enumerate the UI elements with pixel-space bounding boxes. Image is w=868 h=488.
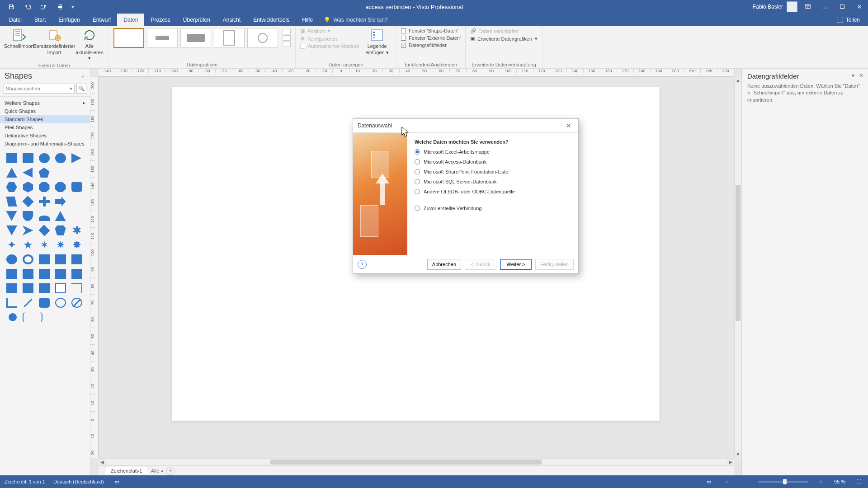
shape-category[interactable]: Standard-Shapes: [0, 115, 90, 123]
shape-cone[interactable]: [55, 211, 66, 221]
close-icon[interactable]: [853, 1, 866, 13]
shapes-search-box[interactable]: ▾: [4, 84, 75, 94]
shape-chevron[interactable]: [55, 197, 66, 206]
shape-triangle[interactable]: [6, 168, 17, 178]
presentation-mode-icon[interactable]: ▭: [704, 478, 714, 486]
tab-hilfe[interactable]: Hilfe: [296, 14, 319, 26]
shape-box-2[interactable]: [23, 269, 33, 279]
gallery-item-bar[interactable]: [147, 28, 178, 48]
search-input[interactable]: [6, 86, 70, 91]
next-button[interactable]: Weiter >: [500, 259, 532, 270]
data-fields-check[interactable]: Datengrafikfelder: [401, 42, 461, 48]
maximize-icon[interactable]: [835, 1, 849, 13]
avatar[interactable]: [787, 1, 797, 12]
add-sheet-button[interactable]: ＋: [166, 467, 175, 475]
zoom-out-icon[interactable]: −: [740, 478, 750, 486]
cancel-button[interactable]: Abbrechen: [427, 259, 461, 270]
scroll-thumb-v[interactable]: [736, 185, 741, 321]
shape-drop[interactable]: [23, 211, 33, 221]
gallery-up-icon[interactable]: [283, 29, 291, 34]
data-source-option[interactable]: Microsoft SharePoint Foundation-Liste: [415, 169, 571, 174]
scroll-thumb-h[interactable]: [270, 460, 542, 465]
share-button[interactable]: Teilen: [829, 14, 868, 26]
tab-daten[interactable]: Daten: [117, 14, 144, 26]
shape-box-1[interactable]: [6, 269, 17, 279]
shape-brace-r[interactable]: [39, 312, 42, 322]
scroll-left-icon[interactable]: ◀: [99, 459, 106, 465]
shape-no-symbol[interactable]: [71, 298, 82, 308]
shape-star7[interactable]: ✷: [55, 240, 66, 250]
shape-corner[interactable]: [71, 283, 82, 293]
tab-datei[interactable]: Datei: [3, 14, 28, 26]
shape-cube[interactable]: [39, 254, 50, 264]
tab-ansicht[interactable]: Ansicht: [217, 14, 247, 26]
shape-diamond-2[interactable]: [38, 225, 50, 236]
shape-star4[interactable]: ✦: [6, 240, 17, 250]
macro-recorder-icon[interactable]: ▭: [112, 478, 122, 486]
shape-octagon[interactable]: [55, 182, 66, 192]
redo-icon[interactable]: [37, 1, 51, 13]
shape-l[interactable]: [6, 298, 17, 308]
scrollbar-horizontal[interactable]: ◀ ▶: [99, 458, 734, 465]
shape-funnel[interactable]: [55, 225, 66, 235]
shape-box-5[interactable]: [71, 269, 82, 279]
shape-ring[interactable]: [23, 254, 33, 264]
shape-right-triangle[interactable]: [71, 153, 81, 163]
shape-circle-2[interactable]: [6, 254, 17, 264]
shape-hexagon-v[interactable]: [23, 182, 33, 192]
chevron-down-icon[interactable]: ▾: [70, 85, 72, 92]
shape-diag-line[interactable]: [24, 299, 32, 307]
gallery-item-rect[interactable]: [214, 28, 245, 48]
ribbon-options-icon[interactable]: [801, 1, 815, 13]
shape-can[interactable]: [71, 182, 82, 192]
zoom-value[interactable]: 95 %: [834, 479, 845, 484]
shape-gear[interactable]: ✱: [71, 225, 82, 235]
shape-donut[interactable]: [55, 298, 66, 308]
shape-star6[interactable]: ✶: [39, 240, 50, 250]
ruler-horizontal[interactable]: -140-130-120-110-100-90-80-70-60-50-40-3…: [99, 69, 733, 77]
taskpane-close-icon[interactable]: ✕: [859, 72, 863, 79]
shape-burst[interactable]: ✸: [71, 240, 82, 250]
shape-category[interactable]: Weitere Shapes▸: [0, 99, 90, 107]
undo-icon[interactable]: [21, 1, 34, 13]
shape-dot[interactable]: [9, 313, 17, 321]
zoom-in-icon[interactable]: +: [816, 478, 826, 486]
shape-left-triangle[interactable]: [23, 168, 33, 178]
tab-einfuegen[interactable]: Einfügen: [52, 14, 86, 26]
shape-category[interactable]: Dekorative Shapes: [0, 131, 90, 140]
qat-more-icon[interactable]: ▾: [70, 1, 76, 13]
data-source-option[interactable]: Zuvor erstellte Verbindung: [415, 206, 571, 211]
shape-heptagon[interactable]: [39, 182, 50, 192]
shape-category[interactable]: Quick-Shapes: [0, 107, 90, 115]
external-data-window-check[interactable]: Fenster 'Externe Daten': [401, 35, 461, 41]
tab-ueberpruefen[interactable]: Überprüfen: [177, 14, 217, 26]
gallery-more-icon[interactable]: [283, 42, 291, 47]
data-source-option[interactable]: Microsoft Excel-Arbeitsmappe: [415, 149, 571, 155]
refresh-all-button[interactable]: Alle aktualisieren ▾: [75, 28, 104, 61]
shape-diamond[interactable]: [22, 196, 33, 207]
scroll-right-icon[interactable]: ▶: [727, 459, 734, 465]
shape-square[interactable]: [23, 153, 33, 163]
tab-prozess[interactable]: Prozess: [144, 14, 176, 26]
shape-data-window-check[interactable]: Fenster 'Shape-Daten': [401, 28, 461, 33]
shape-shadow-3[interactable]: [39, 283, 50, 293]
print-icon[interactable]: [53, 1, 67, 13]
tab-entwurf[interactable]: Entwurf: [86, 14, 118, 26]
collapse-pane-icon[interactable]: ‹: [79, 73, 86, 80]
shape-cube-3[interactable]: [71, 254, 82, 264]
shape-frame[interactable]: [55, 283, 66, 293]
insert-legend-button[interactable]: Legende einfügen ▾: [363, 28, 392, 56]
save-icon[interactable]: [5, 1, 18, 13]
shape-shadow-1[interactable]: [6, 283, 17, 293]
scroll-down-icon[interactable]: ▼: [735, 451, 741, 458]
shape-arc[interactable]: [39, 216, 50, 221]
shape-category[interactable]: Pfeil-Shapes: [0, 123, 90, 131]
ruler-vertical[interactable]: 2001901801701601501401301201101009080706…: [90, 77, 99, 458]
shape-kite[interactable]: [23, 225, 33, 235]
advanced-graphics-menu[interactable]: ▣Erweiterte Datengrafiken▾: [470, 36, 538, 42]
shape-rounded[interactable]: [39, 298, 50, 308]
shape-cross[interactable]: [39, 197, 50, 206]
user-name[interactable]: Fabio Basler: [753, 4, 783, 10]
tab-entwicklertools[interactable]: Entwicklertools: [247, 14, 296, 26]
data-graphics-gallery[interactable]: [113, 28, 291, 48]
